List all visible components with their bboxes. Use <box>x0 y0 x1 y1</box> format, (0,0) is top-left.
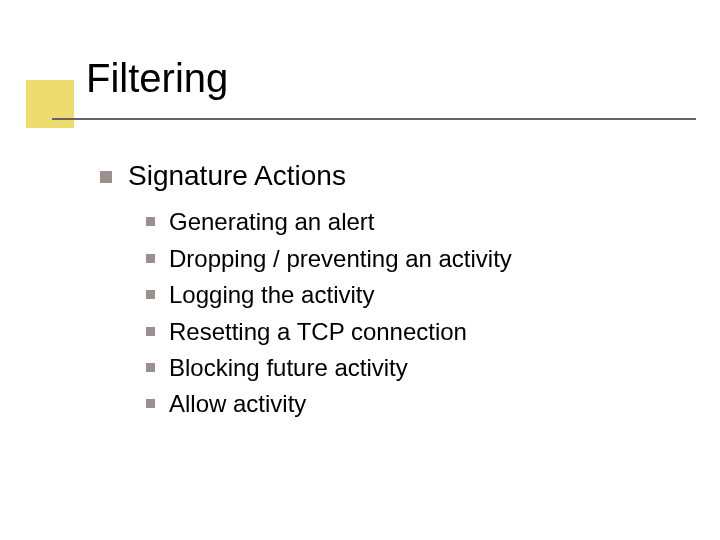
level2-text: Generating an alert <box>169 206 374 238</box>
list-item-level2: Dropping / preventing an activity <box>146 243 660 275</box>
list-item-level2: Blocking future activity <box>146 352 660 384</box>
level2-text: Blocking future activity <box>169 352 408 384</box>
square-bullet-icon <box>100 171 112 183</box>
title-rule <box>52 118 696 120</box>
square-bullet-icon <box>146 327 155 336</box>
level1-text: Signature Actions <box>128 158 346 194</box>
list-item-level2: Resetting a TCP connection <box>146 316 660 348</box>
title-block: Filtering <box>0 56 720 128</box>
list-item-level2: Allow activity <box>146 388 660 420</box>
title-accent-square <box>26 80 74 128</box>
square-bullet-icon <box>146 254 155 263</box>
level2-text: Allow activity <box>169 388 306 420</box>
level2-list: Generating an alert Dropping / preventin… <box>146 206 660 420</box>
list-item-level1: Signature Actions <box>100 158 660 194</box>
level2-text: Resetting a TCP connection <box>169 316 467 348</box>
square-bullet-icon <box>146 399 155 408</box>
slide: Filtering Signature Actions Generating a… <box>0 0 720 540</box>
square-bullet-icon <box>146 363 155 372</box>
square-bullet-icon <box>146 217 155 226</box>
list-item-level2: Generating an alert <box>146 206 660 238</box>
level2-text: Logging the activity <box>169 279 374 311</box>
list-item-level2: Logging the activity <box>146 279 660 311</box>
level2-text: Dropping / preventing an activity <box>169 243 512 275</box>
slide-content: Signature Actions Generating an alert Dr… <box>100 158 660 425</box>
slide-title: Filtering <box>86 56 228 100</box>
square-bullet-icon <box>146 290 155 299</box>
